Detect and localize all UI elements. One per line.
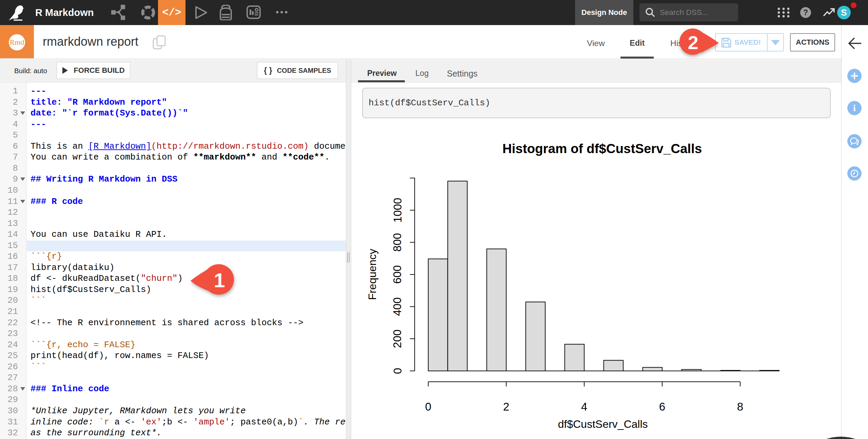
svg-text:6: 6 — [659, 400, 665, 413]
svg-text:Frequency: Frequency — [366, 249, 378, 300]
svg-text:Histogram of df$CustServ_Calls: Histogram of df$CustServ_Calls — [502, 141, 702, 156]
svg-text:2: 2 — [688, 32, 698, 53]
svg-text:1: 1 — [214, 269, 225, 292]
svg-text:600: 600 — [391, 265, 404, 284]
svg-text:8: 8 — [737, 400, 743, 413]
svg-text:800: 800 — [391, 233, 404, 252]
svg-text:1000: 1000 — [391, 198, 404, 223]
svg-text:4: 4 — [581, 400, 587, 413]
svg-text:400: 400 — [391, 297, 404, 316]
svg-text:0: 0 — [425, 400, 431, 413]
svg-text:0: 0 — [391, 368, 404, 374]
svg-text:200: 200 — [391, 330, 404, 348]
svg-text:df$CustServ_Calls: df$CustServ_Calls — [558, 418, 648, 430]
svg-text:2: 2 — [503, 400, 509, 413]
